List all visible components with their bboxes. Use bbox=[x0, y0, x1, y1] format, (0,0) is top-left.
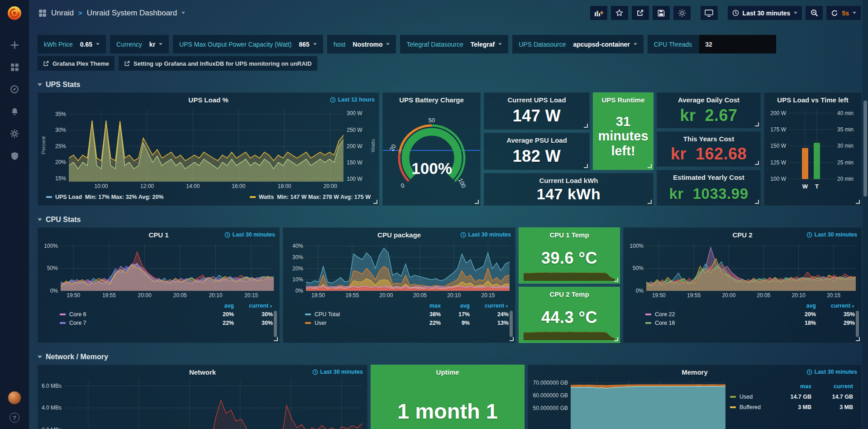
dashboard-settings-button[interactable] bbox=[673, 6, 691, 20]
legend-row[interactable]: Used bbox=[730, 394, 770, 400]
breadcrumb-dashboard-title[interactable]: Unraid System Dashboard bbox=[87, 9, 177, 18]
external-link-icon bbox=[124, 61, 130, 67]
panel-current-load-kwh: Current Load kWh 147 kWh bbox=[484, 173, 653, 206]
help-icon[interactable]: ? bbox=[10, 413, 19, 423]
network-plot[interactable] bbox=[64, 380, 362, 429]
variable-kwh-price[interactable]: kWh Price 0.65 bbox=[38, 35, 106, 53]
alerting-bell-icon[interactable] bbox=[10, 106, 19, 116]
panel-time-range[interactable]: Last 12 hours bbox=[330, 96, 375, 103]
y-axis-ticks-right: 40 min35 min30 min25 min20 min bbox=[834, 109, 860, 182]
legend-scrollbar[interactable] bbox=[510, 311, 513, 337]
variable-telegraf-datasource[interactable]: Telegraf Datasource Telegraf bbox=[400, 35, 508, 53]
legend-row[interactable]: Core 16 bbox=[645, 320, 787, 326]
top-navbar: Unraid > Unraid System Dashboard bbox=[38, 0, 862, 26]
panel-time-range[interactable]: Last 30 minutes bbox=[224, 231, 275, 238]
breadcrumb-separator: > bbox=[78, 9, 82, 17]
cycle-view-tv-button[interactable] bbox=[701, 6, 718, 20]
grafana-logo-icon[interactable] bbox=[6, 5, 23, 22]
memory-plot[interactable] bbox=[571, 380, 725, 429]
legend-row[interactable]: User bbox=[305, 320, 411, 326]
panel-time-range[interactable]: Last 30 minutes bbox=[312, 369, 363, 375]
link-ups-monitoring-guide[interactable]: Setting up Grafana and InfluxDB for UPS … bbox=[119, 56, 317, 71]
zoom-out-button[interactable] bbox=[806, 6, 823, 20]
page-scrollbar[interactable] bbox=[863, 0, 868, 429]
variable-currency[interactable]: Currency kr bbox=[110, 35, 169, 53]
section-ups-stats[interactable]: UPS Stats bbox=[38, 81, 862, 89]
user-avatar[interactable] bbox=[8, 391, 21, 405]
section-cpu-stats[interactable]: CPU Stats bbox=[38, 216, 862, 224]
breadcrumb-app[interactable]: Unraid bbox=[51, 9, 74, 18]
panel-estimated-yearly-cost: Estimated Yearly Cost kr1033.99 bbox=[657, 170, 761, 206]
chevron-down-icon bbox=[38, 218, 42, 221]
refresh-picker[interactable]: 5s bbox=[826, 6, 861, 20]
panel-time-range[interactable]: Last 30 minutes bbox=[806, 231, 857, 238]
variable-host[interactable]: host Nostromo bbox=[327, 35, 396, 53]
x-axis-ticks: 19:5019:5520:0020:0520:1020:15 bbox=[646, 291, 856, 300]
clock-icon bbox=[732, 10, 739, 16]
legend-row[interactable]: Core 7 bbox=[60, 320, 205, 326]
battery-gauge: 50 20 0 100 100% bbox=[386, 115, 477, 196]
panel-time-range[interactable]: Last 30 minutes bbox=[806, 369, 857, 375]
chevron-down-icon bbox=[38, 83, 42, 86]
variable-ups-datasource[interactable]: UPS Datasource apcupsd-container bbox=[512, 35, 644, 53]
chevron-down-icon bbox=[498, 43, 502, 45]
stat-value: kr2.67 bbox=[680, 106, 737, 125]
graph-legend-table: maxcurrent Used 14.7 GB14.7 GB Buffered … bbox=[730, 383, 853, 410]
refresh-caret-icon bbox=[853, 12, 856, 14]
cpu-package-plot[interactable] bbox=[306, 243, 510, 291]
time-range-picker[interactable]: Last 30 minutes bbox=[728, 6, 802, 20]
panel-average-psu-load: Average PSU Load 182 W bbox=[484, 133, 590, 170]
y-axis-ticks-right: 300 W250 W200 W150 W100 W bbox=[343, 109, 369, 182]
svg-text:20: 20 bbox=[388, 143, 397, 152]
x-axis-ticks: 10:0012:0014:0016:0018:0020:00 bbox=[69, 182, 343, 191]
scrollbar-thumb[interactable] bbox=[863, 101, 867, 197]
y-axis-ticks: 70.000000 GB60.000000 GB50.000000 GB bbox=[528, 380, 571, 429]
dashboard-dropdown-caret-icon[interactable] bbox=[181, 12, 185, 14]
share-button[interactable] bbox=[632, 6, 649, 20]
time-range-caret-icon bbox=[794, 12, 797, 14]
legend-scrollbar[interactable] bbox=[856, 311, 859, 337]
section-network-memory[interactable]: Network / Memory bbox=[38, 353, 862, 361]
link-grafana-plex-theme[interactable]: Grafana Plex Theme bbox=[38, 56, 114, 71]
cpu1-plot[interactable] bbox=[61, 243, 274, 291]
configuration-gear-icon[interactable] bbox=[10, 129, 19, 139]
legend-ups-load[interactable]: UPS Load Min: 17% Max: 32% Avg: 20% bbox=[46, 194, 163, 200]
explore-compass-icon[interactable] bbox=[10, 84, 19, 94]
x-axis-ticks: WT bbox=[789, 182, 834, 191]
ups-load-plot[interactable] bbox=[69, 109, 343, 182]
legend-row[interactable]: CPU Total bbox=[305, 311, 411, 318]
refresh-icon bbox=[831, 10, 838, 17]
y-axis-label-right: Watts bbox=[369, 109, 377, 182]
panel-cpu1-temp: CPU 1 Temp 39.6 °C bbox=[519, 227, 620, 284]
panel-ups-battery-gauge: UPS Battery Charge 50 20 0 100 100% bbox=[382, 92, 481, 206]
legend-row[interactable]: Core 6 bbox=[60, 311, 205, 318]
panel-ups-load-vs-time: UPS Load vs Time left 200 W175 W150 W125… bbox=[764, 92, 862, 206]
panel-uptime: Uptime 1 month 1 bbox=[371, 365, 525, 429]
bar-plot[interactable] bbox=[789, 109, 834, 182]
panel-title[interactable]: UPS Load % bbox=[38, 96, 379, 104]
chevron-down-icon bbox=[159, 43, 162, 45]
legend-row[interactable]: Core 22 bbox=[645, 311, 787, 318]
temp-sparkline bbox=[524, 267, 615, 281]
graph-legend-table: avgcurrent Core 6 20%30% Core 7 22%30% bbox=[60, 303, 273, 326]
legend-row[interactable]: Buffered bbox=[730, 404, 770, 410]
panel-ups-load-graph: UPS Load % Last 12 hours Percent 35%30%2… bbox=[38, 92, 379, 206]
chevron-down-icon bbox=[386, 43, 390, 45]
admin-shield-icon[interactable] bbox=[10, 151, 19, 161]
template-variables-row: kWh Price 0.65 Currency kr UPS Max Outpu… bbox=[38, 35, 862, 53]
cpu-threads-input[interactable] bbox=[699, 35, 776, 53]
legend-scrollbar[interactable] bbox=[274, 311, 277, 337]
add-panel-button[interactable] bbox=[590, 6, 607, 20]
cpu2-plot[interactable] bbox=[646, 243, 856, 291]
panel-title[interactable]: UPS Battery Charge bbox=[383, 96, 480, 104]
save-button[interactable] bbox=[653, 6, 670, 20]
chevron-down-icon bbox=[96, 43, 100, 45]
variable-cpu-threads: CPU Threads bbox=[648, 35, 777, 53]
panel-time-range[interactable]: Last 30 minutes bbox=[460, 231, 511, 238]
variable-ups-max-output[interactable]: UPS Max Output Power Capacity (Watt) 865 bbox=[173, 35, 323, 53]
sidebar: ? bbox=[0, 0, 29, 429]
legend-watts[interactable]: Watts Min: 147 W Max: 278 W Avg: 175 W bbox=[250, 194, 371, 200]
create-plus-icon[interactable] bbox=[10, 40, 19, 50]
star-button[interactable] bbox=[611, 6, 628, 20]
dashboards-icon[interactable] bbox=[10, 62, 19, 72]
